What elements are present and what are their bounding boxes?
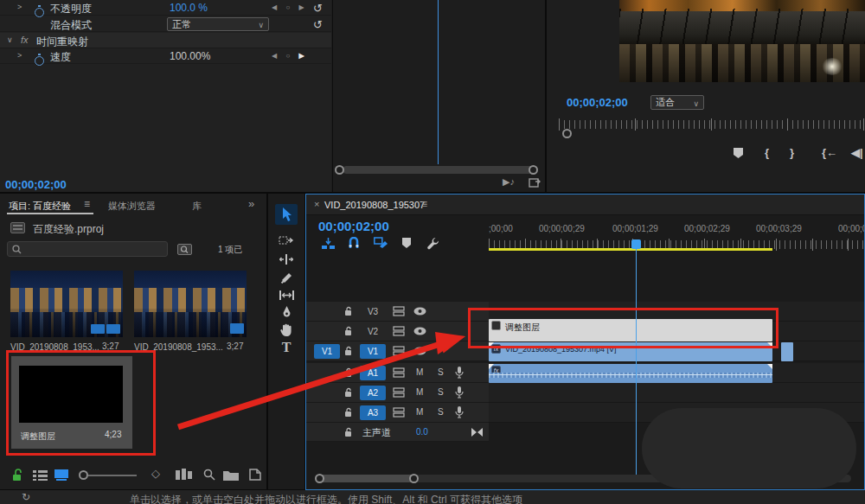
search-bin-icon[interactable] <box>177 242 192 255</box>
mute-button[interactable]: M <box>416 367 423 377</box>
work-area-bar[interactable] <box>489 248 772 251</box>
track-target-v3[interactable]: V3 <box>360 304 386 319</box>
insert-overwrite-icon[interactable] <box>322 238 335 249</box>
ripple-edit-tool[interactable] <box>275 251 298 268</box>
scrollbar-left-knob[interactable] <box>335 165 344 175</box>
toggle-track-output-eye-icon[interactable] <box>413 307 426 316</box>
lock-icon[interactable] <box>344 306 353 316</box>
pen-tool[interactable] <box>275 303 298 321</box>
blend-mode-dropdown[interactable]: 正常 ∨ <box>167 17 269 31</box>
toggle-track-output-eye-icon[interactable] <box>413 347 426 355</box>
sync-lock-icon[interactable] <box>393 407 405 418</box>
keyframe-area-playhead[interactable] <box>438 0 439 164</box>
toggle-track-output-eye-icon[interactable] <box>413 327 426 335</box>
add-marker-icon[interactable] <box>401 237 412 249</box>
keyframe-nav-icons[interactable]: ◀ ○ ▶ <box>272 52 308 60</box>
timeline-scrollbar-thumb[interactable] <box>320 475 415 482</box>
sync-lock-icon[interactable] <box>393 387 405 398</box>
master-volume-value[interactable]: 0.0 <box>416 427 428 437</box>
track-target-a3[interactable]: A3 <box>360 405 386 420</box>
snap-magnet-icon[interactable] <box>348 237 360 249</box>
timeline-tab-title[interactable]: VID_20190808_195307 <box>324 200 425 210</box>
go-to-in-icon[interactable]: {← <box>822 146 837 159</box>
audio-clip-a1[interactable]: fx <box>489 364 772 383</box>
lock-icon[interactable] <box>344 427 353 437</box>
voiceover-mic-icon[interactable] <box>455 406 464 418</box>
close-tab-icon[interactable]: × <box>314 199 319 209</box>
new-item-icon[interactable] <box>249 469 261 481</box>
panel-menu-icon[interactable]: ≡ <box>84 198 90 210</box>
timeline-settings-wrench-icon[interactable] <box>426 237 439 250</box>
project-item-thumbnail[interactable] <box>10 271 123 337</box>
monitor-scrubber-knob[interactable] <box>562 129 572 138</box>
scrollbar-right-knob[interactable] <box>529 165 538 175</box>
voiceover-mic-icon[interactable] <box>455 367 464 379</box>
reset-icon[interactable]: ↺ <box>313 18 323 31</box>
sort-icon[interactable]: ◇ <box>151 467 160 480</box>
sync-lock-icon[interactable] <box>393 306 405 316</box>
playhead-handle[interactable] <box>631 239 641 249</box>
scrollbar-left-knob[interactable] <box>315 474 324 483</box>
hand-tool[interactable] <box>275 321 298 338</box>
linked-selection-icon[interactable] <box>374 237 388 249</box>
track-target-v1[interactable]: V1 <box>360 344 386 359</box>
step-back-icon[interactable]: ◀| <box>851 146 863 159</box>
scrollbar-right-knob[interactable] <box>409 474 419 483</box>
icon-view-icon[interactable] <box>54 469 68 481</box>
mark-out-icon[interactable]: } <box>790 146 794 159</box>
type-tool[interactable]: T <box>275 339 298 356</box>
panel-menu-icon[interactable]: ≡ <box>421 198 427 210</box>
project-item-thumbnail[interactable] <box>134 271 247 337</box>
track-target-v2[interactable]: V2 <box>360 324 386 339</box>
sync-lock-icon[interactable] <box>393 346 405 356</box>
new-bin-icon[interactable] <box>223 469 239 481</box>
sync-lock-icon[interactable] <box>393 326 405 336</box>
opacity-value[interactable]: 100.0 % <box>170 2 208 14</box>
speed-value[interactable]: 100.00% <box>170 50 210 62</box>
source-patch-v1[interactable]: V1 <box>314 344 340 359</box>
razor-tool[interactable] <box>275 269 298 286</box>
sync-lock-icon[interactable] <box>393 367 405 378</box>
panel-overflow-icon[interactable]: » <box>248 197 254 210</box>
track-select-forward-tool[interactable] <box>275 232 298 249</box>
program-preview-image[interactable] <box>619 0 865 82</box>
list-view-icon[interactable] <box>33 470 48 481</box>
program-timecode[interactable]: 00;00;02;00 <box>567 96 628 109</box>
thumbnail-zoom-slider[interactable] <box>88 475 137 476</box>
tab-library[interactable]: 库 <box>192 200 202 213</box>
keyframe-bowtie-icon[interactable] <box>471 428 483 437</box>
mark-in-icon[interactable]: { <box>765 146 769 159</box>
lock-icon[interactable] <box>344 407 353 418</box>
mute-button[interactable]: M <box>416 407 423 417</box>
expand-chevron-icon[interactable]: > <box>17 3 22 11</box>
tab-media-browser[interactable]: 媒体浏览器 <box>108 200 156 213</box>
voiceover-mic-icon[interactable] <box>455 386 464 399</box>
track-a2-lane[interactable] <box>489 383 864 403</box>
mute-button[interactable]: M <box>416 387 423 397</box>
export-frame-icon[interactable] <box>529 176 541 188</box>
find-icon[interactable] <box>203 469 215 481</box>
lock-icon[interactable] <box>344 387 353 398</box>
selection-tool[interactable] <box>275 204 298 225</box>
lock-icon[interactable] <box>344 326 353 336</box>
slip-tool[interactable] <box>275 286 298 303</box>
writable-lock-icon[interactable] <box>12 469 23 482</box>
expand-chevron-icon[interactable]: > <box>17 51 22 60</box>
lock-icon[interactable] <box>344 367 353 378</box>
track-target-a1[interactable]: A1 <box>360 366 386 380</box>
keyframe-area-scrollbar[interactable] <box>343 166 536 174</box>
timeline-timecode[interactable]: 00;00;02;00 <box>318 219 389 233</box>
video-clip-fragment[interactable] <box>781 342 793 361</box>
reset-icon[interactable]: ↺ <box>313 2 323 15</box>
solo-button[interactable]: S <box>438 407 444 417</box>
freeform-view-icon[interactable] <box>176 469 193 480</box>
add-marker-icon[interactable] <box>733 147 744 159</box>
tab-project[interactable]: 项目: 百度经验 <box>9 200 71 213</box>
keyframe-nav-icons[interactable]: ◀ ○ ▶ <box>272 3 308 11</box>
thumbnail-zoom-handle[interactable] <box>79 470 88 480</box>
playhead-line[interactable] <box>636 239 637 475</box>
lock-icon[interactable] <box>344 346 353 356</box>
search-input[interactable] <box>7 241 168 257</box>
project-file-name[interactable]: 百度经验.prproj <box>33 222 104 237</box>
collapse-chevron-icon[interactable]: ∨ <box>7 35 13 44</box>
